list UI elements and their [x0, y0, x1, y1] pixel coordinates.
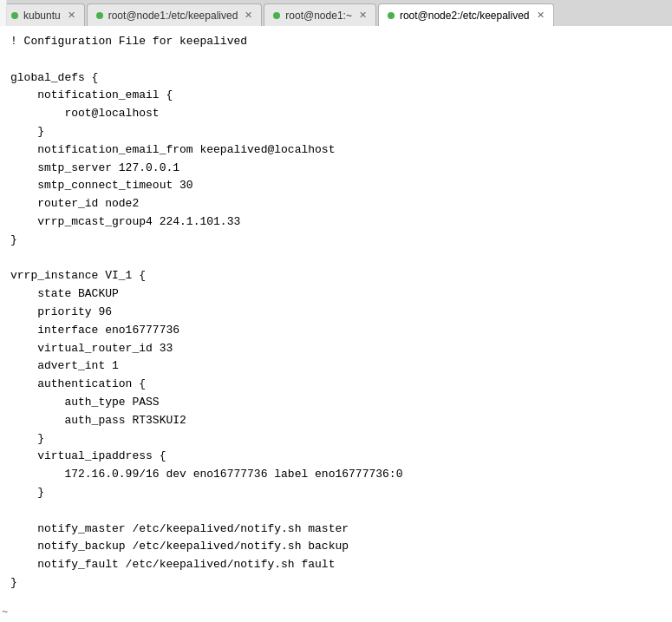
- content-area[interactable]: ! Configuration File for keepalived glob…: [0, 26, 672, 622]
- tab-label-node1-home: root@node1:~: [285, 10, 352, 22]
- tab-dot-kubuntu: [11, 12, 18, 19]
- code-content: ! Configuration File for keepalived glob…: [0, 26, 672, 622]
- tab-close-node1-keepalived[interactable]: ✕: [245, 10, 252, 20]
- tab-node2-keepalived[interactable]: root@node2:/etc/keepalived ✕: [378, 3, 554, 26]
- tab-close-kubuntu[interactable]: ✕: [68, 10, 75, 20]
- terminal-body: ! Configuration File for keepalived glob…: [0, 26, 672, 622]
- tab-bar: kubuntu ✕ root@node1:/etc/keepalived ✕ r…: [0, 0, 672, 26]
- tab-label-node2-keepalived: root@node2:/etc/keepalived: [400, 10, 530, 22]
- scroll-indicator: ~: [2, 606, 8, 619]
- tab-dot-node1-keepalived: [96, 12, 103, 19]
- terminal-window: kubuntu ✕ root@node1:/etc/keepalived ✕ r…: [0, 0, 672, 622]
- tab-close-node1-home[interactable]: ✕: [359, 10, 367, 20]
- tab-label-node1-keepalived: root@node1:/etc/keepalived: [108, 10, 238, 22]
- tab-dot-node2-keepalived: [388, 12, 395, 19]
- tab-label-kubuntu: kubuntu: [23, 10, 61, 22]
- tab-kubuntu[interactable]: kubuntu ✕: [2, 3, 85, 26]
- tab-node1-keepalived[interactable]: root@node1:/etc/keepalived ✕: [87, 3, 263, 26]
- tab-node1-home[interactable]: root@node1:~ ✕: [264, 3, 376, 26]
- tab-dot-node1-home: [273, 12, 280, 19]
- tab-close-node2-keepalived[interactable]: ✕: [537, 10, 545, 20]
